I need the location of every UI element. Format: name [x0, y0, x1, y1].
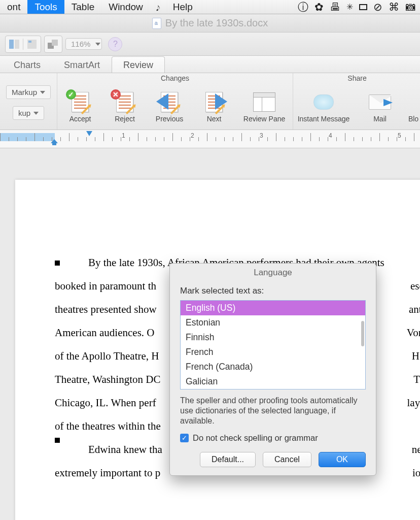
evernote-icon[interactable]: ✿: [314, 1, 324, 13]
previous-button[interactable]: Previous: [151, 91, 188, 123]
language-item-french[interactable]: French: [181, 345, 365, 360]
tab-smartart[interactable]: SmartArt: [52, 56, 112, 73]
svg-rect-1: [15, 40, 19, 49]
mail-button[interactable]: Mail: [361, 91, 399, 123]
camera-icon[interactable]: 📷︎: [405, 1, 416, 13]
ribbon-review: Markup kup Changes ✓ Accept ✕ Reject Pre…: [0, 73, 420, 130]
scrollbar-thumb[interactable]: [361, 321, 364, 346]
dialog-title: Language: [170, 264, 376, 281]
document-icon: [152, 18, 161, 29]
instant-message-button[interactable]: Instant Message: [293, 91, 354, 123]
first-line-indent-marker[interactable]: [86, 131, 92, 136]
ribbon-section-share: Share Instant Message Mail Blo: [293, 73, 420, 129]
section-label-share: Share: [347, 74, 366, 84]
menu-tools[interactable]: Tools: [27, 0, 64, 14]
ribbon-section-changes: Changes ✓ Accept ✕ Reject Previous Next …: [57, 73, 293, 129]
menubar-status-icons: ⓘ ✿ 🖶 ✳ ⊘ ⌘ 📷︎: [298, 0, 420, 14]
tab-charts[interactable]: Charts: [2, 56, 52, 73]
language-item-german[interactable]: German: [181, 389, 365, 389]
accept-button[interactable]: ✓ Accept: [61, 91, 99, 123]
standard-toolbar: 116% ?: [0, 32, 420, 56]
script-menu-icon[interactable]: 𝆕: [150, 1, 166, 14]
zoom-value[interactable]: 116%: [67, 40, 94, 48]
horizontal-ruler[interactable]: 1 2 3 4 5: [0, 130, 420, 148]
bullet-icon: [55, 261, 60, 266]
hanging-indent-marker[interactable]: [51, 139, 58, 145]
ruler-num: 4: [329, 132, 332, 139]
checkbox-label: Do not check spelling or grammar: [193, 433, 318, 443]
ribbon-section-tracking: Markup kup: [0, 73, 57, 129]
checkbox-checked-icon[interactable]: ✓: [180, 434, 189, 442]
check-icon: ✓: [66, 89, 76, 100]
ruler-num: 3: [260, 132, 263, 139]
cancel-button[interactable]: Cancel: [263, 452, 311, 467]
sparkle-icon[interactable]: ✳: [346, 2, 353, 12]
section-label-empty: [27, 74, 29, 84]
ruler-num: 1: [122, 132, 125, 139]
chat-bubble-icon: [313, 94, 334, 110]
arrow-left-icon: [156, 93, 168, 110]
printer-icon[interactable]: 🖶: [330, 1, 340, 13]
menu-help[interactable]: Help: [166, 0, 200, 14]
chevron-down-icon: [40, 91, 45, 94]
nosign-icon[interactable]: ⊘: [373, 1, 382, 13]
svg-rect-0: [9, 40, 14, 49]
language-item-finnish[interactable]: Finnish: [181, 330, 365, 345]
zoom-dropdown-icon[interactable]: [95, 43, 100, 46]
document-title: By the late 1930s.docx: [165, 17, 268, 29]
layout-view-group: [5, 36, 41, 53]
do-not-check-checkbox-row[interactable]: ✓ Do not check spelling or grammar: [180, 433, 366, 443]
dialog-label: Mark selected text as:: [180, 286, 366, 296]
ok-button[interactable]: OK: [319, 452, 366, 467]
picture-icon[interactable]: [359, 4, 367, 10]
help-icon[interactable]: ?: [108, 37, 122, 51]
language-list[interactable]: English (US) Estonian Finnish French Fre…: [180, 300, 366, 389]
reject-button[interactable]: ✕ Reject: [106, 91, 144, 123]
menu-table[interactable]: Table: [64, 0, 101, 14]
info-icon[interactable]: ⓘ: [298, 0, 308, 14]
language-item-estonian[interactable]: Estonian: [181, 315, 365, 330]
markup-options-dropdown[interactable]: kup: [13, 106, 44, 120]
tab-review[interactable]: Review: [112, 56, 165, 73]
arrange-group: [44, 36, 62, 53]
envelope-icon: [369, 94, 391, 110]
arrange-icon[interactable]: [46, 37, 61, 51]
x-icon: ✕: [111, 89, 121, 100]
language-dialog: Language Mark selected text as: English …: [169, 263, 376, 476]
markup-display-dropdown[interactable]: Markup: [6, 85, 51, 99]
ribbon-tabs: Charts SmartArt Review: [0, 56, 420, 73]
command-icon[interactable]: ⌘: [389, 1, 399, 13]
next-button[interactable]: Next: [195, 91, 233, 123]
language-item-galician[interactable]: Galician: [181, 374, 365, 389]
pane-icon: [253, 92, 275, 112]
window-titlebar: By the late 1930s.docx: [0, 14, 420, 32]
section-label-changes: Changes: [161, 74, 189, 84]
menu-font-partial[interactable]: ont: [0, 0, 27, 14]
ruler-num: 2: [191, 132, 194, 139]
default-button[interactable]: Default...: [200, 452, 256, 467]
language-item-french-canada[interactable]: French (Canada): [181, 360, 365, 374]
chevron-down-icon: [33, 112, 39, 115]
svg-rect-3: [28, 41, 31, 43]
blog-button-partial[interactable]: Blo: [406, 91, 420, 123]
mac-menubar: ont Tools Table Window 𝆕 Help ⓘ ✿ 🖶 ✳ ⊘ …: [0, 0, 420, 14]
dialog-info-text: The speller and other proofing tools aut…: [180, 396, 366, 426]
menu-window[interactable]: Window: [101, 0, 150, 14]
language-item-english-us[interactable]: English (US): [181, 301, 365, 315]
svg-rect-5: [52, 40, 58, 46]
layout-page-icon[interactable]: [24, 37, 40, 51]
bullet-icon: [55, 438, 60, 443]
ruler-num: 5: [398, 132, 401, 139]
review-pane-button[interactable]: Review Pane: [240, 91, 289, 123]
layout-split-icon[interactable]: [7, 37, 22, 51]
zoom-group: 116%: [65, 38, 102, 50]
